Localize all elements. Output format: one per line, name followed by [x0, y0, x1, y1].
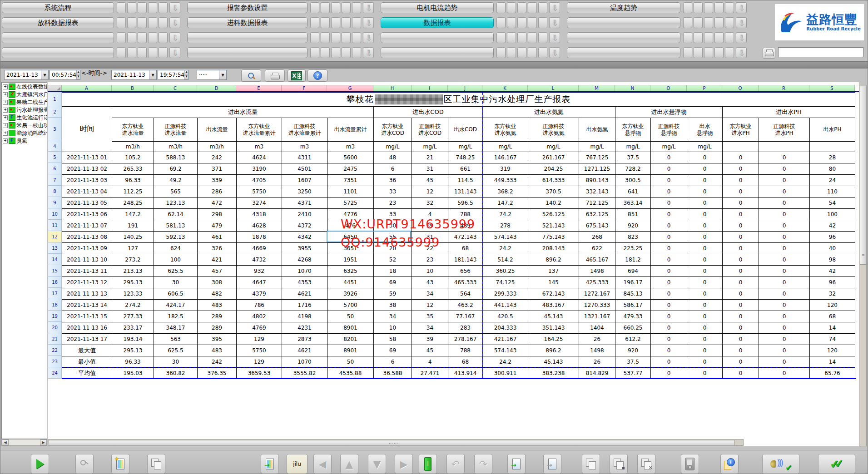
table-cell[interactable]: 8901 — [327, 322, 374, 334]
table-cell[interactable]: 最小值 — [62, 356, 112, 368]
sheet-vertical-scrollbar[interactable]: ≡ — [859, 85, 867, 446]
arrow-down-icon[interactable]: ⇩ — [549, 32, 560, 43]
nav-slot-cell[interactable] — [310, 2, 319, 13]
table-cell[interactable]: 2021-11-13 02 — [62, 163, 112, 175]
table-cell[interactable]: 521.143 — [528, 220, 579, 232]
time-to-spinner[interactable]: 19:57:54 ▲▼ — [158, 70, 188, 80]
table-cell[interactable]: 2021-11-13 05 — [62, 198, 112, 209]
table-cell[interactable]: 278 — [483, 220, 528, 232]
table-cell[interactable]: 295.13 — [112, 277, 154, 288]
table-cell[interactable]: 3250 — [282, 186, 327, 198]
table-cell[interactable]: 4647 — [237, 277, 282, 288]
table-cell[interactable]: 0 — [723, 163, 759, 175]
nav-slot-cell[interactable] — [148, 32, 157, 43]
nav-slot-cell[interactable] — [331, 2, 340, 13]
table-cell[interactable]: 420.5 — [483, 311, 528, 322]
tree-item[interactable]: +大雁镇污水厂污 — [3, 91, 47, 98]
table-cell[interactable]: 413.914 — [448, 368, 483, 379]
nav-button-电机电流趋势[interactable]: 电机电流趋势 — [381, 2, 494, 13]
table-cell[interactable]: 0 — [723, 356, 759, 368]
nav-slot-cell[interactable] — [138, 32, 147, 43]
table-cell[interactable]: 363.14 — [615, 198, 651, 209]
nav-left-button[interactable]: ◀ — [313, 454, 332, 474]
table-cell[interactable]: 196.17 — [615, 277, 651, 288]
nav-slot-cell[interactable] — [528, 17, 537, 28]
table-cell[interactable]: 298 — [198, 209, 237, 220]
table-cell[interactable]: 449.333 — [483, 175, 528, 186]
table-cell[interactable]: 0 — [723, 175, 759, 186]
table-cell[interactable]: 68 — [448, 356, 483, 368]
table-cell[interactable]: 191 — [112, 220, 154, 232]
table-cell[interactable]: 0 — [651, 175, 687, 186]
row-number-24[interactable]: 24 — [48, 367, 62, 379]
table-cell[interactable]: 127 — [112, 243, 154, 254]
table-cell[interactable]: 6 — [374, 163, 412, 175]
row-number-20[interactable]: 20 — [48, 322, 62, 333]
table-cell[interactable]: 4353 — [282, 277, 327, 288]
table-cell[interactable]: 0 — [723, 368, 759, 379]
table-cell[interactable]: 2021-11-13 17 — [62, 334, 112, 345]
table-cell[interactable]: 0 — [759, 220, 810, 232]
table-cell[interactable]: 425.333 — [579, 277, 615, 288]
nav-slot-cell[interactable] — [683, 17, 692, 28]
table-cell[interactable]: 1951 — [327, 254, 374, 266]
table-cell[interactable]: 0 — [723, 277, 759, 288]
table-cell[interactable]: 74 — [810, 334, 855, 345]
table-cell[interactable]: 147.2 — [483, 198, 528, 209]
nav-slot-cell[interactable] — [159, 32, 168, 43]
nav-slot-cell[interactable] — [352, 17, 361, 28]
table-cell[interactable]: 0 — [759, 300, 810, 311]
nav-slot-cell[interactable] — [528, 32, 537, 43]
nav-slot-cell[interactable] — [538, 2, 547, 13]
table-cell[interactable]: 624 — [154, 243, 198, 254]
nav-slot-cell[interactable] — [507, 2, 516, 13]
table-cell[interactable]: 694 — [615, 266, 651, 277]
table-cell[interactable]: 2021-11-13 16 — [62, 322, 112, 334]
table-cell[interactable]: 896.2 — [528, 254, 579, 266]
table-cell[interactable]: 712.125 — [579, 198, 615, 209]
nav-slot-cell[interactable] — [496, 47, 506, 58]
nav-slot-cell[interactable] — [331, 32, 340, 43]
table-cell[interactable]: 242 — [198, 356, 237, 368]
window-save-button[interactable]: ▪ — [610, 454, 628, 474]
table-cell[interactable]: 0 — [651, 198, 687, 209]
table-cell[interactable]: 0 — [687, 300, 723, 311]
table-cell[interactable]: 0 — [651, 288, 687, 300]
table-cell[interactable]: 181.143 — [448, 254, 483, 266]
nav-slot-cell[interactable] — [683, 32, 692, 43]
nav-slot-cell[interactable] — [538, 17, 547, 28]
table-cell[interactable]: 131.143 — [448, 186, 483, 198]
row-number-2[interactable]: 2 — [48, 106, 62, 118]
row-number-12[interactable]: 12 — [48, 231, 62, 242]
nav-slot-cell[interactable] — [694, 17, 703, 28]
table-cell[interactable]: 514.2 — [483, 254, 528, 266]
tree-expand-icon[interactable]: + — [3, 92, 8, 97]
table-cell[interactable]: 2021-11-13 12 — [62, 277, 112, 288]
table-cell[interactable]: 574.143 — [483, 232, 528, 243]
table-cell[interactable]: 4198 — [282, 311, 327, 322]
table-cell[interactable]: 14 — [810, 356, 855, 368]
table-cell[interactable]: 10 — [412, 266, 448, 277]
table-cell[interactable]: 0 — [651, 163, 687, 175]
arrow-down-icon[interactable]: ⇩ — [169, 17, 180, 28]
tree-item[interactable]: +生化池运行记录 — [3, 114, 47, 121]
tree-item[interactable]: +米易一枝山功能 — [3, 122, 47, 129]
table-cell[interactable]: 1070 — [282, 266, 327, 277]
search-button[interactable] — [241, 69, 261, 82]
table-cell[interactable]: 479.33 — [615, 311, 651, 322]
nav-slot-cell[interactable] — [148, 17, 157, 28]
row-number-9[interactable]: 9 — [48, 197, 62, 208]
table-cell[interactable]: 4501 — [282, 163, 327, 175]
arrow-down-icon[interactable]: ⇩ — [549, 17, 560, 28]
table-cell[interactable]: 195.03 — [112, 368, 154, 379]
table-cell[interactable]: 5750 — [237, 186, 282, 198]
export-page-button[interactable]: → — [543, 454, 561, 474]
table-cell[interactable]: 0 — [651, 277, 687, 288]
table-cell[interactable]: 50 — [327, 356, 374, 368]
row-number-19[interactable]: 19 — [48, 311, 62, 322]
table-cell[interactable]: 28 — [810, 152, 855, 163]
table-cell[interactable]: 2021-11-13 04 — [62, 186, 112, 198]
nav-button-empty[interactable] — [187, 32, 308, 43]
table-cell[interactable]: 3955 — [282, 243, 327, 254]
table-cell[interactable]: 581.13 — [154, 220, 198, 232]
